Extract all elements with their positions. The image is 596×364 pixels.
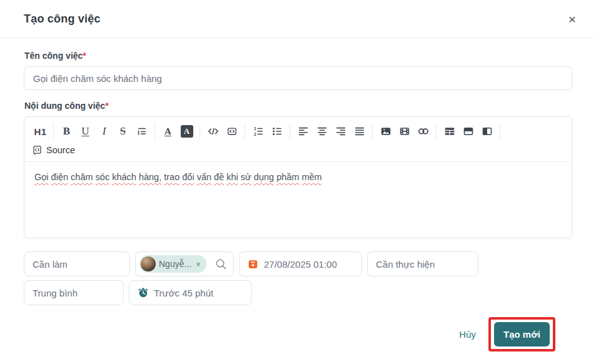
search-icon[interactable] [215, 258, 228, 271]
task-content-label-text: Nội dung công việc [24, 101, 105, 111]
assignee-chip: Nguyễ... × [139, 255, 206, 273]
blockquote-icon[interactable] [134, 124, 149, 139]
split-row-icon[interactable] [461, 124, 475, 139]
bold-button[interactable]: B [59, 124, 74, 139]
align-center-icon[interactable] [315, 124, 329, 139]
task-name-label-text: Tên công việc [24, 51, 83, 61]
alarm-clock-icon [138, 287, 149, 298]
modal-footer: Hủy Tạo mới [24, 309, 572, 351]
font-color-button[interactable]: A [161, 124, 175, 139]
underline-button[interactable]: U [78, 124, 93, 139]
modal-title: Tạo công việc [24, 13, 101, 26]
svg-text:2: 2 [253, 132, 256, 136]
reminder-select[interactable]: Trước 45 phút [129, 280, 252, 305]
toolbar-group-alignment [290, 123, 373, 139]
priority-select[interactable]: Trung bình [24, 280, 124, 305]
create-task-modal: Tạo công việc × Tên công việc* Gọi điện … [0, 0, 596, 364]
assignee-name: Nguyễ... [159, 259, 191, 269]
close-icon[interactable]: × [568, 13, 576, 26]
font-background-color-glyph: A [181, 125, 193, 138]
required-asterisk: * [105, 101, 108, 111]
cancel-button[interactable]: Hủy [459, 329, 476, 340]
calendar-icon [248, 259, 258, 270]
link-icon[interactable] [416, 124, 430, 139]
split-column-icon[interactable] [480, 124, 494, 139]
source-code-icon [32, 144, 43, 155]
modal-body: Tên công việc* Gọi điện chăm sóc khách h… [0, 38, 596, 351]
toolbar-group-table [437, 123, 500, 139]
task-name-value: Gọi điện chăm sóc khách hàng [33, 73, 162, 84]
toolbar-group-colors: A A [155, 123, 200, 139]
task-name-label: Tên công việc* [24, 51, 572, 61]
source-button-label: Source [46, 145, 75, 155]
numbered-list-icon[interactable]: 12 [251, 124, 265, 139]
heading-button[interactable]: H1 [33, 124, 48, 139]
font-background-color-button[interactable]: A [179, 124, 194, 139]
modal-header: Tạo công việc × [0, 0, 596, 38]
strikethrough-button[interactable]: S [116, 124, 130, 139]
priority-value: Trung bình [33, 288, 78, 298]
assign-type-value: Cần thực hiện [376, 259, 435, 270]
insert-media-icon[interactable] [397, 124, 412, 139]
insert-table-icon[interactable] [442, 124, 457, 139]
bulleted-list-icon[interactable] [270, 124, 284, 139]
required-asterisk: * [83, 51, 86, 61]
svg-text:1: 1 [253, 126, 256, 131]
remove-assignee-icon[interactable]: × [194, 260, 201, 269]
status-value: Cần làm [33, 259, 68, 270]
create-button[interactable]: Tạo mới [494, 322, 550, 346]
toolbar-group-basic-styles: B U I S [54, 123, 155, 139]
status-select[interactable]: Cần làm [24, 251, 130, 276]
rich-text-editor: H1 B U I S A A [24, 116, 572, 238]
insert-image-icon[interactable] [378, 124, 393, 139]
editor-content-area[interactable]: Gọi điện chăm sóc khách hàng, trao đổi v… [24, 162, 572, 238]
fields-row-2: Trung bình Trước 45 phút [24, 280, 572, 305]
assignee-select[interactable]: Nguyễ... × [135, 251, 234, 276]
reminder-value: Trước 45 phút [154, 288, 213, 298]
due-date-value: 27/08/2025 01:00 [264, 259, 337, 270]
toolbar-group-insert [373, 123, 437, 139]
source-button[interactable]: Source [24, 139, 572, 162]
align-right-icon[interactable] [333, 124, 348, 139]
red-highlight-annotation: Tạo mới [488, 317, 555, 351]
align-left-icon[interactable] [296, 124, 310, 139]
fields-row-1: Cần làm Nguyễ... × 27/08/2025 01:00 [24, 251, 572, 276]
editor-text: Gọi điện chăm sóc khách hàng, trao đổi v… [34, 172, 322, 182]
toolbar-group-heading: H1 [31, 123, 54, 139]
code-block-icon[interactable] [206, 124, 220, 139]
task-name-input[interactable]: Gọi điện chăm sóc khách hàng [24, 66, 572, 90]
toolbar-group-code [200, 123, 245, 139]
assignee-avatar [141, 256, 156, 271]
italic-button[interactable]: I [97, 124, 111, 139]
due-date-picker[interactable]: 27/08/2025 01:00 [239, 251, 362, 276]
assign-type-select[interactable]: Cần thực hiện [367, 251, 478, 276]
toolbar-group-lists: 12 [245, 123, 290, 139]
editor-toolbar: H1 B U I S A A [24, 117, 572, 139]
task-content-label: Nội dung công việc* [24, 101, 572, 111]
html-embed-icon[interactable] [225, 124, 239, 139]
align-justify-icon[interactable] [352, 124, 366, 139]
